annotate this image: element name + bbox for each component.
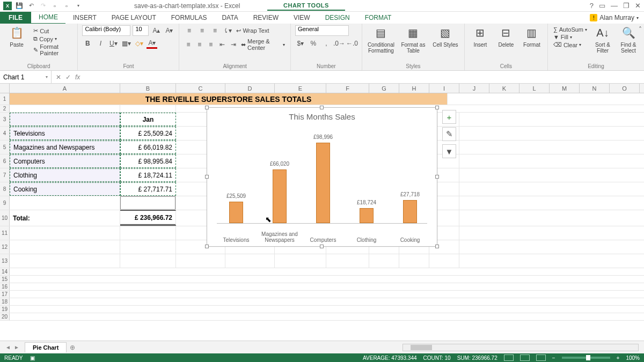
save-icon[interactable]: 💾: [15, 2, 24, 10]
embedded-chart[interactable]: This Months Sales £25,509 Televisions £6…: [207, 107, 437, 247]
enter-fx-icon[interactable]: ✓: [65, 73, 71, 81]
col-header[interactable]: A: [10, 84, 120, 93]
orientation-icon[interactable]: ⤹▾: [222, 25, 233, 36]
qat-icon-1[interactable]: ▫: [50, 2, 59, 10]
chart-title[interactable]: This Months Sales: [207, 108, 437, 121]
comma-icon[interactable]: ,: [321, 38, 332, 49]
col-header[interactable]: F: [326, 84, 369, 93]
worksheet-grid[interactable]: A B C D E F G H I J K L M N O 1THE REVEI…: [0, 84, 644, 341]
restore-icon[interactable]: ❐: [623, 2, 630, 10]
tab-data[interactable]: DATA: [214, 12, 245, 24]
tab-view[interactable]: VIEW: [286, 12, 318, 24]
bold-button[interactable]: B: [82, 38, 93, 49]
cell[interactable]: £ 66,019.82: [120, 141, 176, 154]
merge-center-button[interactable]: ⬌Merge & Center▾: [240, 38, 286, 51]
tab-format[interactable]: FORMAT: [357, 12, 399, 24]
cell[interactable]: £ 27,717.71: [120, 182, 176, 196]
col-header[interactable]: E: [275, 84, 326, 93]
col-header[interactable]: L: [519, 84, 550, 93]
cell[interactable]: £ 18,724.11: [120, 168, 176, 182]
tab-formulas[interactable]: FORMULAS: [164, 12, 215, 24]
chart-styles-button[interactable]: ✎: [442, 127, 456, 141]
font-color-button[interactable]: A▾: [147, 38, 157, 49]
collapse-ribbon-icon[interactable]: ˄: [639, 26, 642, 33]
insert-cells-button[interactable]: ⊞Insert: [469, 25, 492, 48]
paste-button[interactable]: 📋 Paste: [4, 25, 29, 48]
ribbon-display-icon[interactable]: ▭: [599, 2, 605, 10]
cell[interactable]: [120, 196, 176, 210]
autosum-button[interactable]: ∑AutoSum▾: [552, 26, 588, 33]
align-center-icon[interactable]: ≡: [195, 39, 204, 50]
underline-button[interactable]: U▾: [108, 38, 119, 49]
indent-dec-icon[interactable]: ⇤: [217, 39, 226, 50]
align-middle-icon[interactable]: ≡: [196, 25, 207, 36]
sheet-tab[interactable]: Pie Chart: [25, 342, 67, 352]
total-value-cell[interactable]: £ 236,966.72: [120, 210, 176, 226]
cell-styles-button[interactable]: ▧Cell Styles: [431, 25, 460, 48]
close-icon[interactable]: ✕: [635, 2, 641, 10]
qat-more-icon[interactable]: ▾: [74, 2, 83, 10]
redo-icon[interactable]: ↷: [39, 2, 47, 10]
macro-record-icon[interactable]: ▣: [30, 355, 35, 361]
chart-bar[interactable]: [273, 169, 287, 223]
user-account[interactable]: ! Alan Murray ▾: [590, 14, 639, 21]
view-page-layout-icon[interactable]: [520, 354, 530, 361]
col-header[interactable]: H: [399, 84, 429, 93]
cell[interactable]: Cooking: [10, 182, 120, 196]
align-bottom-icon[interactable]: ≡: [209, 25, 220, 36]
chart-filters-button[interactable]: ▼: [442, 144, 456, 158]
number-format-select[interactable]: General: [295, 25, 349, 36]
fx-icon[interactable]: fx: [75, 73, 80, 81]
minimize-icon[interactable]: —: [611, 2, 618, 10]
tab-file[interactable]: FILE: [0, 12, 31, 24]
col-header[interactable]: I: [429, 84, 459, 93]
chart-bar[interactable]: [360, 208, 374, 223]
align-right-icon[interactable]: ≡: [206, 39, 215, 50]
chart-plot-area[interactable]: £25,509 Televisions £66,020 Magazines an…: [217, 129, 427, 224]
help-icon[interactable]: ?: [590, 2, 594, 10]
cell[interactable]: [10, 113, 120, 126]
percent-icon[interactable]: %: [308, 38, 319, 49]
chart-bar[interactable]: [229, 202, 243, 223]
italic-button[interactable]: I: [95, 38, 106, 49]
tab-nav-first-icon[interactable]: ◄: [4, 344, 12, 350]
horizontal-scrollbar[interactable]: [402, 344, 639, 351]
col-header[interactable]: G: [369, 84, 399, 93]
title-cell[interactable]: THE REVEILLE SUPERSTORE SALES TOTALS: [10, 93, 448, 105]
select-all-corner[interactable]: [0, 84, 10, 93]
find-select-button[interactable]: 🔍Find & Select: [617, 25, 640, 54]
wrap-text-button[interactable]: ↩Wrap Text: [235, 27, 270, 34]
cancel-fx-icon[interactable]: ✕: [56, 73, 61, 81]
chart-elements-button[interactable]: +: [442, 110, 456, 124]
borders-button[interactable]: ▦▾: [121, 38, 131, 49]
format-as-table-button[interactable]: ▦Format as Table: [399, 25, 428, 54]
align-top-icon[interactable]: ≡: [184, 25, 194, 36]
tab-page-layout[interactable]: PAGE LAYOUT: [104, 12, 164, 24]
col-header[interactable]: M: [550, 84, 580, 93]
zoom-out-icon[interactable]: −: [552, 355, 555, 361]
tab-nav-prev-icon[interactable]: ►: [13, 344, 20, 350]
zoom-slider[interactable]: [562, 357, 610, 359]
col-header[interactable]: C: [176, 84, 225, 93]
col-header[interactable]: O: [610, 84, 640, 93]
qat-icon-2[interactable]: ▫: [62, 2, 71, 10]
accounting-icon[interactable]: $▾: [295, 38, 306, 49]
col-header[interactable]: K: [489, 84, 519, 93]
cell[interactable]: Jan: [120, 113, 176, 126]
cut-button[interactable]: ✂Cut: [32, 27, 73, 34]
format-painter-button[interactable]: ✎Format Painter: [32, 43, 73, 56]
chart-bar[interactable]: [316, 143, 330, 223]
copy-button[interactable]: ⧉Copy▾: [32, 35, 73, 42]
view-page-break-icon[interactable]: [536, 354, 546, 361]
tab-design[interactable]: DESIGN: [318, 12, 357, 24]
cell[interactable]: Magazines and Newspapers: [10, 141, 120, 154]
indent-inc-icon[interactable]: ⇥: [229, 39, 238, 50]
chart-bar[interactable]: [403, 200, 417, 223]
format-cells-button[interactable]: ▥Format: [521, 25, 543, 48]
inc-decimal-icon[interactable]: .0→: [334, 38, 345, 49]
col-header[interactable]: J: [459, 84, 489, 93]
cell[interactable]: Televisions: [10, 127, 120, 140]
font-family-select[interactable]: Calibri (Body): [82, 25, 130, 36]
new-sheet-button[interactable]: ⊕: [70, 344, 75, 351]
col-header[interactable]: N: [580, 84, 610, 93]
